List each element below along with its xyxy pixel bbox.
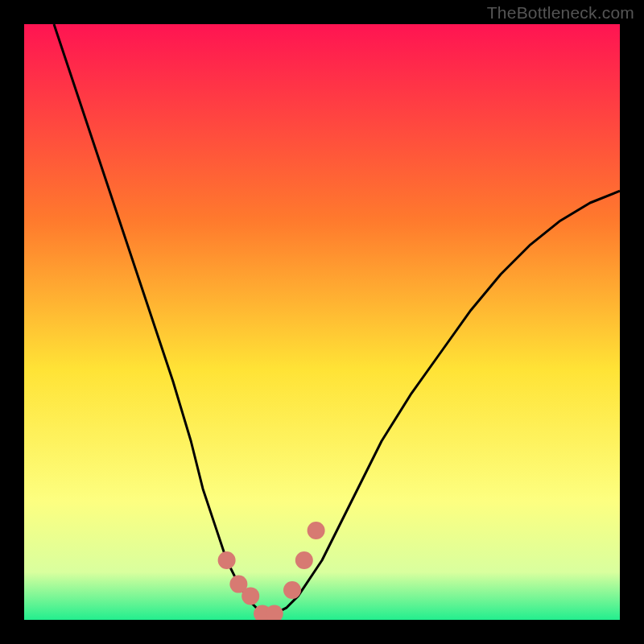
marker-dot — [295, 551, 313, 569]
marker-dot — [218, 551, 236, 569]
plot-area — [24, 24, 620, 620]
marker-dot — [283, 581, 301, 599]
chart-svg — [24, 24, 620, 620]
watermark-text: TheBottleneck.com — [487, 3, 634, 23]
marker-dot — [242, 587, 259, 605]
marker-dot — [308, 522, 325, 539]
chart-container: TheBottleneck.com — [0, 0, 644, 644]
